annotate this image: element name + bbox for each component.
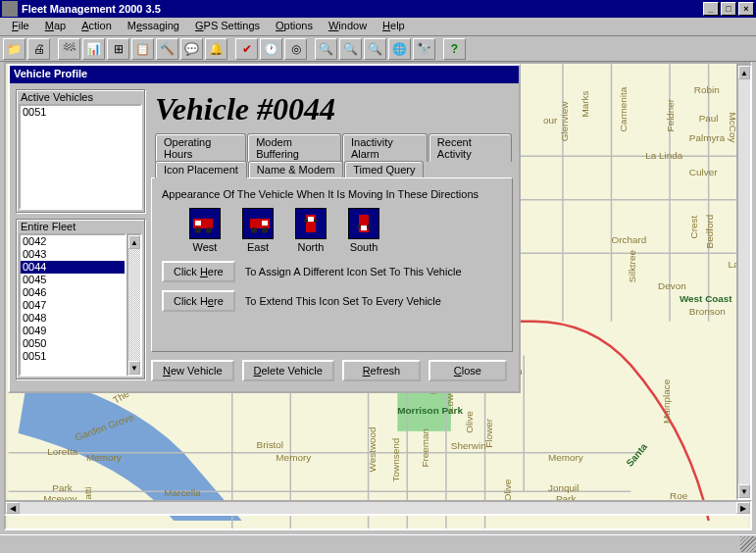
- scroll-down-icon[interactable]: ▼: [738, 484, 750, 498]
- svg-text:Bedford: Bedford: [704, 215, 715, 249]
- svg-text:Memory: Memory: [276, 452, 311, 463]
- toolbar-btn-zoom-fit[interactable]: 🔍: [364, 38, 386, 60]
- close-dialog-button[interactable]: Close: [428, 360, 507, 381]
- toolbar-btn-find[interactable]: 🔭: [413, 38, 435, 60]
- menu-action[interactable]: Action: [74, 18, 120, 35]
- fleet-list-scrollbar[interactable]: ▲ ▼: [126, 233, 142, 377]
- status-bar: [0, 534, 756, 553]
- svg-text:Memory: Memory: [86, 452, 122, 463]
- tab-inactivity-alarm[interactable]: Inactivity Alarm: [342, 133, 428, 162]
- scroll-left-icon[interactable]: ◀: [6, 502, 20, 514]
- vehicle-east-icon: [242, 208, 274, 239]
- vehicle-heading: Vehicle #0044: [155, 91, 513, 127]
- minimize-button[interactable]: _: [703, 2, 719, 16]
- active-vehicles-list[interactable]: 0051: [19, 104, 142, 210]
- list-item[interactable]: 0043: [21, 248, 125, 261]
- vehicle-south-icon: [348, 208, 379, 239]
- resize-grip-icon[interactable]: [740, 536, 756, 552]
- entire-fleet-list[interactable]: 0042 0043 0044 0045 0046 0047 0048 0049 …: [19, 233, 126, 377]
- toolbar-btn-globe[interactable]: 🌐: [388, 38, 411, 60]
- svg-text:Carmenita: Carmenita: [618, 86, 629, 131]
- app-title: Fleet Management 2000 3.5: [22, 3, 161, 15]
- vehicle-profile-dialog: Vehicle Profile Active Vehicles 0051 Ent…: [8, 64, 521, 393]
- toolbar-btn-3[interactable]: 🏁: [58, 38, 80, 60]
- toolbar-btn-1[interactable]: 📁: [3, 38, 25, 60]
- delete-vehicle-button[interactable]: Delete Vehicle: [242, 360, 334, 381]
- extend-icon-button[interactable]: Click Here: [162, 290, 235, 312]
- svg-point-69: [206, 227, 212, 233]
- svg-text:Olive: Olive: [502, 478, 513, 501]
- new-vehicle-button[interactable]: New Vehicle: [151, 360, 234, 381]
- toolbar-btn-zoom-in[interactable]: 🔍: [315, 38, 337, 60]
- assign-icon-button[interactable]: Click Here: [162, 261, 235, 282]
- toolbar-btn-7[interactable]: 🔨: [156, 38, 178, 60]
- tab-control: Operating Hours Modem Buffering Inactivi…: [151, 133, 513, 352]
- close-button[interactable]: ×: [738, 2, 754, 16]
- tab-icon-placement[interactable]: Icon Placement: [155, 161, 247, 178]
- svg-rect-67: [195, 221, 201, 226]
- list-item[interactable]: 0047: [21, 299, 125, 312]
- tab-page-icon-placement: Appearance Of The Vehicle When It Is Mov…: [151, 177, 513, 352]
- refresh-button[interactable]: Refresh: [342, 360, 421, 381]
- map-horizontal-scrollbar[interactable]: ◀ ▶: [4, 500, 752, 516]
- list-item[interactable]: 0051: [21, 106, 140, 119]
- scroll-right-icon[interactable]: ▶: [736, 502, 750, 514]
- svg-rect-79: [361, 226, 367, 230]
- tab-recent-activity[interactable]: Recent Activity: [428, 133, 512, 162]
- svg-text:Crest: Crest: [688, 216, 699, 239]
- svg-text:Orchard: Orchard: [611, 234, 646, 245]
- toolbar-btn-target[interactable]: ◎: [284, 38, 307, 60]
- menu-map[interactable]: Map: [37, 18, 74, 35]
- scroll-down-icon[interactable]: ▼: [128, 361, 140, 375]
- tab-modem-buffering[interactable]: Modem Buffering: [247, 133, 341, 162]
- svg-text:Loretta: Loretta: [47, 446, 77, 457]
- svg-text:Glenview: Glenview: [559, 101, 570, 142]
- extend-icon-text: To Extend This Icon Set To Every Vehicle: [245, 295, 441, 307]
- map-vertical-scrollbar[interactable]: ▲ ▼: [736, 64, 752, 500]
- menu-file[interactable]: File: [4, 18, 37, 35]
- menu-options[interactable]: Options: [268, 18, 321, 35]
- direction-label: North: [295, 241, 327, 253]
- svg-text:our: our: [543, 115, 558, 126]
- toolbar-btn-zoom-out[interactable]: 🔍: [339, 38, 362, 60]
- scroll-up-icon[interactable]: ▲: [738, 66, 750, 79]
- svg-point-81: [367, 225, 371, 228]
- svg-text:Robin: Robin: [694, 84, 720, 95]
- toolbar-btn-clock[interactable]: 🕐: [260, 38, 282, 60]
- list-item[interactable]: 0048: [21, 312, 125, 325]
- maximize-button[interactable]: □: [721, 2, 736, 16]
- toolbar-btn-help[interactable]: ?: [443, 38, 466, 60]
- tab-operating-hours[interactable]: Operating Hours: [155, 133, 246, 162]
- list-item[interactable]: 0046: [21, 286, 125, 299]
- svg-text:Culver: Culver: [689, 167, 718, 177]
- menu-messaging[interactable]: Messaging: [120, 18, 187, 35]
- assign-icon-text: To Assign A Different Icon Set To This V…: [245, 266, 462, 277]
- toolbar-btn-6[interactable]: 📋: [131, 38, 154, 60]
- tab-name-modem[interactable]: Name & Modem: [248, 161, 343, 177]
- toolbar-btn-check[interactable]: ✔: [235, 38, 258, 60]
- list-item[interactable]: 0042: [21, 235, 125, 248]
- direction-label: South: [348, 241, 379, 253]
- svg-text:Westwood: Westwood: [367, 427, 378, 472]
- svg-text:Olive: Olive: [464, 411, 475, 433]
- menu-help[interactable]: Help: [375, 18, 413, 35]
- list-item[interactable]: 0045: [21, 274, 125, 286]
- svg-text:La Linda: La Linda: [645, 150, 683, 161]
- list-item[interactable]: 0044: [21, 261, 125, 274]
- toolbar-btn-8[interactable]: 💬: [180, 38, 203, 60]
- svg-point-68: [195, 227, 201, 233]
- menu-gps-settings[interactable]: GPS Settings: [187, 18, 268, 35]
- svg-point-72: [251, 227, 257, 233]
- toolbar-btn-2[interactable]: 🖨: [27, 38, 50, 60]
- svg-text:Paul: Paul: [699, 113, 719, 124]
- toolbar-btn-9[interactable]: 🔔: [205, 38, 227, 60]
- tab-timed-query[interactable]: Timed Query: [344, 161, 424, 177]
- list-item[interactable]: 0050: [21, 337, 125, 350]
- list-item[interactable]: 0049: [21, 325, 125, 337]
- scroll-up-icon[interactable]: ▲: [128, 235, 140, 249]
- toolbar-btn-4[interactable]: 📊: [82, 38, 105, 60]
- menu-window[interactable]: Window: [321, 18, 375, 35]
- toolbar-btn-5[interactable]: ⊞: [107, 38, 129, 60]
- title-bar: Fleet Management 2000 3.5 _ □ ×: [0, 0, 756, 18]
- list-item[interactable]: 0051: [21, 350, 125, 363]
